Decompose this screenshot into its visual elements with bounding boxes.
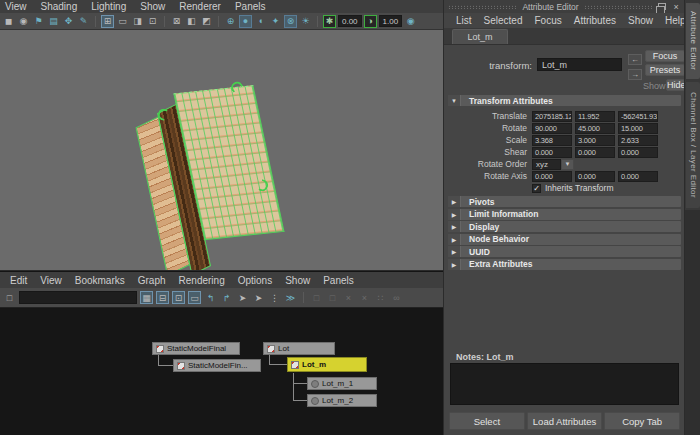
- section-closed-icon[interactable]: ▶: [448, 246, 461, 257]
- section-limit-information[interactable]: ▶ Limit Information: [448, 209, 681, 220]
- four-view-icon[interactable]: ⊞: [101, 15, 114, 28]
- grease-pencil-icon[interactable]: ✎: [77, 15, 90, 28]
- dots-icon[interactable]: ∷: [374, 291, 387, 304]
- menu-lighting[interactable]: Lighting: [91, 1, 126, 12]
- translate-y-field[interactable]: 11.952: [575, 111, 615, 122]
- marquee-select-icon[interactable]: □: [3, 291, 16, 304]
- section-pivots[interactable]: ▶ Pivots: [448, 196, 681, 207]
- graph-all-icon[interactable]: ▦: [140, 291, 153, 304]
- section-closed-icon[interactable]: ▶: [448, 209, 461, 220]
- viewport-3d-view[interactable]: [0, 30, 443, 270]
- exposure-icon[interactable]: ✱: [323, 15, 336, 28]
- attribute-editor-titlebar[interactable]: Attribute Editor ×: [444, 0, 685, 13]
- single-view-icon[interactable]: ▭: [116, 15, 129, 28]
- rotate-axis-x-field[interactable]: 0.000: [532, 171, 572, 182]
- image-plane-icon[interactable]: ▤: [47, 15, 60, 28]
- translate-z-field[interactable]: -562451.938: [618, 111, 658, 122]
- section-open-icon[interactable]: ▼: [448, 95, 461, 106]
- menu-selected[interactable]: Selected: [484, 15, 523, 26]
- node-lot-m-selected[interactable]: Lot_m: [287, 357, 367, 372]
- scale-x-field[interactable]: 3.368: [532, 135, 572, 146]
- inherits-transform-checkbox[interactable]: ✓: [532, 184, 541, 193]
- rotate-x-field[interactable]: 90.000: [532, 123, 572, 134]
- lights-icon[interactable]: ✦: [269, 15, 282, 28]
- node-lot[interactable]: Lot: [263, 342, 335, 355]
- load-attributes-button[interactable]: Load Attributes: [527, 412, 603, 430]
- camera-lock-icon[interactable]: ◉: [17, 15, 30, 28]
- graph-remove-icon[interactable]: ⊟: [156, 291, 169, 304]
- pane-right-icon[interactable]: ◨: [131, 15, 144, 28]
- menu-options[interactable]: Options: [238, 275, 272, 286]
- section-closed-icon[interactable]: ▶: [448, 234, 461, 245]
- drag-grip[interactable]: [448, 5, 517, 9]
- pin-selection-icon[interactable]: →: [628, 69, 642, 80]
- menu-renderer[interactable]: Renderer: [179, 1, 221, 12]
- tab-lot-m[interactable]: Lot_m: [452, 29, 508, 44]
- load-selection-icon[interactable]: ←: [628, 54, 642, 65]
- transform-attributes-header[interactable]: ▼ Transform Attributes: [448, 95, 681, 106]
- section-node-behavior[interactable]: ▶ Node Behavior: [448, 234, 681, 245]
- gamma-field[interactable]: 1.00: [379, 15, 403, 27]
- clear-downstream-icon[interactable]: ×: [358, 291, 371, 304]
- rotate-order-select[interactable]: xyz: [532, 159, 561, 170]
- section-closed-icon[interactable]: ▶: [448, 196, 461, 207]
- presets-button[interactable]: Presets: [645, 64, 685, 76]
- menu-shading[interactable]: Shading: [41, 1, 78, 12]
- gate-both-icon[interactable]: ◩: [200, 15, 213, 28]
- section-display[interactable]: ▶ Display: [448, 221, 681, 232]
- graph-input-icon[interactable]: ⊡: [172, 291, 185, 304]
- menu-bookmarks[interactable]: Bookmarks: [75, 275, 125, 286]
- cursor-remove-icon[interactable]: ➤: [252, 291, 265, 304]
- frame-all-icon[interactable]: □: [326, 291, 339, 304]
- graph-output-icon[interactable]: ▭: [188, 291, 201, 304]
- menu-edit[interactable]: Edit: [10, 275, 27, 286]
- popout-icon[interactable]: [658, 3, 666, 10]
- menu-graph[interactable]: Graph: [138, 275, 166, 286]
- node-staticmodelfinal[interactable]: StaticModelFinal: [152, 342, 240, 355]
- pin-icon[interactable]: ⋮: [268, 291, 281, 304]
- downstream-icon[interactable]: ↱: [220, 291, 233, 304]
- cursor-add-icon[interactable]: ➤: [236, 291, 249, 304]
- upstream-icon[interactable]: ↰: [204, 291, 217, 304]
- rotate-axis-y-field[interactable]: 0.000: [575, 171, 615, 182]
- focus-button[interactable]: Focus: [645, 50, 685, 62]
- bookmark-icon[interactable]: ⚑: [32, 15, 45, 28]
- node-staticmodelfin[interactable]: StaticModelFin...: [173, 359, 261, 372]
- hide-button[interactable]: Hide: [666, 79, 685, 91]
- shear-x-field[interactable]: 0.000: [532, 147, 572, 158]
- section-closed-icon[interactable]: ▶: [448, 259, 461, 270]
- frame-selected-icon[interactable]: □: [310, 291, 323, 304]
- selected-mesh-lot-m[interactable]: [131, 81, 289, 270]
- rotate-z-field[interactable]: 15.000: [618, 123, 658, 134]
- shaded-icon[interactable]: ●: [239, 15, 252, 28]
- rotate-y-field[interactable]: 45.000: [575, 123, 615, 134]
- textured-icon[interactable]: ◖: [254, 15, 267, 28]
- menu-rendering[interactable]: Rendering: [179, 275, 225, 286]
- scale-y-field[interactable]: 3.000: [575, 135, 615, 146]
- close-icon[interactable]: ×: [671, 2, 681, 12]
- translate-x-field[interactable]: 2075185.125: [532, 111, 572, 122]
- shear-y-field[interactable]: 0.000: [575, 147, 615, 158]
- menu-panels[interactable]: Panels: [235, 1, 266, 12]
- pan-zoom-icon[interactable]: ✥: [62, 15, 75, 28]
- section-extra-attributes[interactable]: ▶ Extra Attributes: [448, 259, 681, 270]
- exposure-field[interactable]: 0.00: [338, 15, 362, 27]
- shear-z-field[interactable]: 0.000: [618, 147, 658, 158]
- drag-grip[interactable]: [584, 5, 653, 9]
- copy-tab-button[interactable]: Copy Tab: [604, 412, 680, 430]
- shadows-icon[interactable]: ⊗: [284, 15, 297, 28]
- menu-show[interactable]: Show: [285, 275, 310, 286]
- notes-textarea[interactable]: [450, 363, 679, 405]
- flow-icon[interactable]: ≫: [284, 291, 297, 304]
- menu-help[interactable]: Help: [665, 15, 686, 26]
- node-lot-m-2[interactable]: Lot_m_2: [307, 394, 377, 407]
- chevron-down-icon[interactable]: ▼: [561, 159, 574, 170]
- menu-view[interactable]: View: [5, 1, 27, 12]
- wireframe-icon[interactable]: ⊕: [224, 15, 237, 28]
- hypergraph-search-input[interactable]: [19, 291, 137, 304]
- camera-icon[interactable]: ◼: [2, 15, 15, 28]
- vertical-tab-channel-box[interactable]: Channel Box / Layer Editor: [686, 82, 700, 208]
- menu-view[interactable]: View: [40, 275, 62, 286]
- xray-icon[interactable]: ⊠: [170, 15, 183, 28]
- pane-dark-icon[interactable]: ⊡: [146, 15, 159, 28]
